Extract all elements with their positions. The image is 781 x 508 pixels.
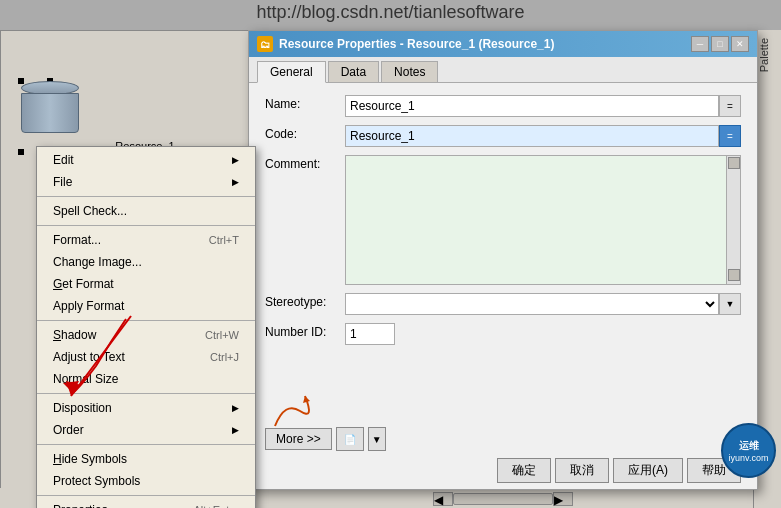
comment-scrollbar[interactable] <box>726 156 740 284</box>
properties-dialog: 🗂 Resource Properties - Resource_1 (Reso… <box>248 30 758 490</box>
stereotype-dropdown-btn[interactable]: ▼ <box>719 293 741 315</box>
close-button[interactable]: ✕ <box>731 36 749 52</box>
menu-item-protect-symbols[interactable]: Protect Symbols <box>37 470 255 492</box>
tab-notes[interactable]: Notes <box>381 61 438 82</box>
menu-item-normal-size[interactable]: Normal Size <box>37 368 255 390</box>
dialog-title: Resource Properties - Resource_1 (Resour… <box>279 37 554 51</box>
stereotype-row: Stereotype: ▼ <box>265 293 741 315</box>
handle-bl <box>18 149 24 155</box>
name-label: Name: <box>265 95 345 111</box>
dialog-tabs: General Data Notes <box>249 57 757 83</box>
separator-1 <box>37 196 255 197</box>
tab-data[interactable]: Data <box>328 61 379 82</box>
cancel-button[interactable]: 取消 <box>555 458 609 483</box>
apply-button[interactable]: 应用(A) <box>613 458 683 483</box>
cylinder-body <box>21 93 79 133</box>
yunwei-line1: 运维 <box>739 439 759 453</box>
separator-2 <box>37 225 255 226</box>
scroll-track[interactable] <box>453 493 553 505</box>
number-id-label: Number ID: <box>265 323 345 339</box>
arrow-down-btn[interactable]: ▼ <box>368 427 386 451</box>
ok-button[interactable]: 确定 <box>497 458 551 483</box>
menu-item-properties[interactable]: Properties Alt+Enter <box>37 499 255 508</box>
stereotype-select[interactable] <box>345 293 719 315</box>
action-buttons: 确定 取消 应用(A) 帮助 <box>249 458 757 483</box>
comment-row: Comment: <box>265 155 741 285</box>
scroll-right-btn[interactable]: ▶ <box>553 492 573 506</box>
menu-item-file[interactable]: File <box>37 171 255 193</box>
menu-item-hide-symbols[interactable]: Hide Symbols <box>37 448 255 470</box>
menu-item-format[interactable]: Format... Ctrl+T <box>37 229 255 251</box>
more-button[interactable]: More >> <box>265 428 332 450</box>
dialog-content: Name: = Code: = Comment: <box>249 83 757 365</box>
menu-item-edit[interactable]: Edit <box>37 149 255 171</box>
separator-4 <box>37 393 255 394</box>
code-row: Code: = <box>265 125 741 147</box>
separator-6 <box>37 495 255 496</box>
maximize-button[interactable]: □ <box>711 36 729 52</box>
number-id-row: Number ID: <box>265 323 741 345</box>
code-label: Code: <box>265 125 345 141</box>
bottom-upper-row: More >> 📄 ▼ <box>249 427 757 451</box>
dialog-controls: ─ □ ✕ <box>691 36 749 52</box>
context-menu: Edit File Spell Check... Format... Ctrl+… <box>36 146 256 508</box>
number-id-input[interactable] <box>345 323 395 345</box>
menu-item-adjust-to-text[interactable]: Adjust to Text Ctrl+J <box>37 346 255 368</box>
separator-3 <box>37 320 255 321</box>
watermark-text: http://blog.csdn.net/tianlesoftware <box>256 2 524 22</box>
resource-cylinder <box>21 81 81 136</box>
watermark: http://blog.csdn.net/tianlesoftware <box>0 2 781 23</box>
menu-item-order[interactable]: Order <box>37 419 255 441</box>
resource-node[interactable]: Resource_1 <box>21 81 269 152</box>
yunwei-line2: iyunv.com <box>729 453 769 463</box>
code-input-group: = <box>345 125 741 147</box>
menu-item-change-image[interactable]: Change Image... <box>37 251 255 273</box>
tab-general[interactable]: General <box>257 61 326 83</box>
menu-item-shadow[interactable]: Shadow Ctrl+W <box>37 324 255 346</box>
menu-item-disposition[interactable]: Disposition <box>37 397 255 419</box>
menu-item-get-format[interactable]: Get Format <box>37 273 255 295</box>
menu-item-apply-format[interactable]: Apply Format <box>37 295 255 317</box>
canvas-area: Resource_1 Edit File Spell Check... Form… <box>0 30 250 508</box>
yunwei-circle: 运维 iyunv.com <box>721 423 776 478</box>
dialog-titlebar: 🗂 Resource Properties - Resource_1 (Reso… <box>249 31 757 57</box>
notes-icon-btn[interactable]: 📄 <box>336 427 364 451</box>
name-input-group: = <box>345 95 741 117</box>
name-input[interactable] <box>345 95 719 117</box>
separator-5 <box>37 444 255 445</box>
code-side-btn[interactable]: = <box>719 125 741 147</box>
minimize-button[interactable]: ─ <box>691 36 709 52</box>
code-input[interactable] <box>345 125 719 147</box>
yunwei-badge: 运维 iyunv.com <box>721 423 776 478</box>
comment-input[interactable] <box>345 155 741 285</box>
horizontal-scrollbar[interactable]: ◀ ▶ <box>248 488 758 508</box>
comment-label: Comment: <box>265 155 345 171</box>
name-row: Name: = <box>265 95 741 117</box>
scroll-left-btn[interactable]: ◀ <box>433 492 453 506</box>
name-side-btn[interactable]: = <box>719 95 741 117</box>
dialog-icon: 🗂 <box>257 36 273 52</box>
stereotype-label: Stereotype: <box>265 293 345 309</box>
menu-item-spell-check[interactable]: Spell Check... <box>37 200 255 222</box>
